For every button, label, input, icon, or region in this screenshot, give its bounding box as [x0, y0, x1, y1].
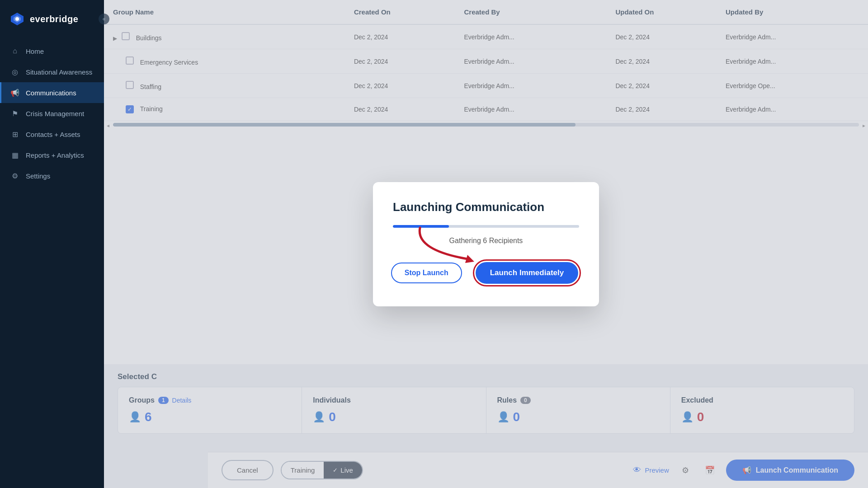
- modal-overlay: Launching Communication Gathering 6 Reci…: [104, 0, 868, 488]
- nav-label-home: Home: [26, 47, 44, 55]
- nav-icon-communications: 📢: [10, 88, 19, 97]
- nav-icon-situational-awareness: ◎: [10, 67, 19, 76]
- sidebar-item-settings[interactable]: ⚙ Settings: [0, 165, 104, 186]
- nav-icon-crisis-management: ⚑: [10, 109, 19, 118]
- nav-label-contacts-assets: Contacts + Assets: [26, 131, 80, 138]
- progress-bar-wrap: [393, 225, 579, 228]
- sidebar-item-home[interactable]: ⌂ Home: [0, 41, 104, 61]
- nav-label-crisis-management: Crisis Management: [26, 110, 84, 117]
- nav-label-reports-analytics: Reports + Analytics: [26, 151, 84, 159]
- modal-actions: Stop Launch Launch Immediately: [393, 259, 579, 286]
- stop-launch-button[interactable]: Stop Launch: [391, 263, 462, 283]
- launch-immediately-wrapper: Launch Immediately: [473, 259, 581, 286]
- sidebar-item-contacts-assets[interactable]: ⊞ Contacts + Assets: [0, 124, 104, 145]
- modal-status-text: Gathering 6 Recipients: [393, 237, 579, 245]
- progress-bar-fill: [393, 225, 449, 228]
- svg-marker-1: [465, 255, 474, 263]
- sidebar-item-communications[interactable]: 📢 Communications: [0, 82, 104, 103]
- svg-point-0: [15, 17, 19, 21]
- nav-label-settings: Settings: [26, 172, 50, 180]
- sidebar: everbridge « ⌂ Home ◎ Situational Awaren…: [0, 0, 104, 488]
- sidebar-nav: ⌂ Home ◎ Situational Awareness 📢 Communi…: [0, 36, 104, 488]
- nav-label-communications: Communications: [26, 89, 76, 97]
- nav-icon-settings: ⚙: [10, 171, 19, 180]
- sidebar-item-reports-analytics[interactable]: ▦ Reports + Analytics: [0, 145, 104, 165]
- launching-modal: Launching Communication Gathering 6 Reci…: [373, 182, 599, 306]
- modal-title: Launching Communication: [393, 200, 579, 214]
- nav-icon-reports-analytics: ▦: [10, 150, 19, 160]
- nav-icon-contacts-assets: ⊞: [10, 130, 19, 139]
- nav-label-situational-awareness: Situational Awareness: [26, 68, 92, 76]
- main-content: Group Name Created On Created By Updated…: [104, 0, 868, 488]
- launch-immediately-button[interactable]: Launch Immediately: [476, 262, 578, 284]
- logo-text: everbridge: [30, 14, 78, 24]
- sidebar-item-situational-awareness[interactable]: ◎ Situational Awareness: [0, 61, 104, 82]
- logo: everbridge: [0, 0, 104, 36]
- nav-icon-home: ⌂: [10, 47, 19, 56]
- sidebar-item-crisis-management[interactable]: ⚑ Crisis Management: [0, 103, 104, 124]
